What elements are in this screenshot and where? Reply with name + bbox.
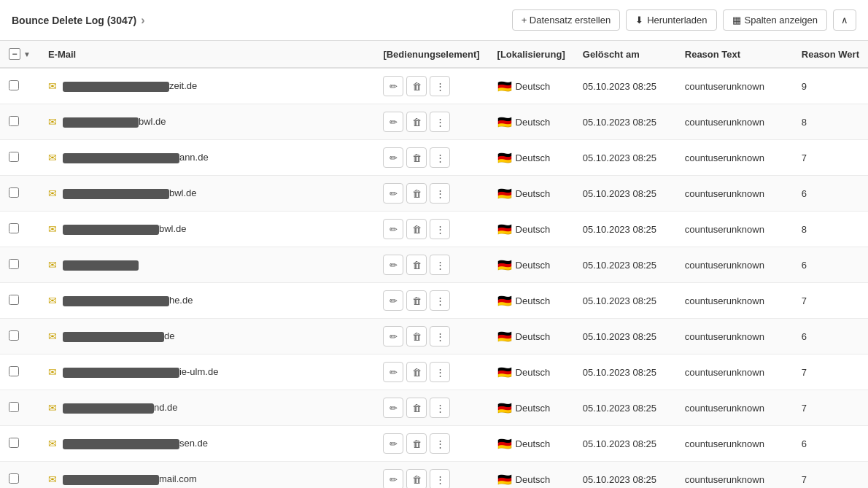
- delete-button[interactable]: 🗑: [406, 183, 427, 204]
- action-cell: ✏🗑⋮: [374, 355, 488, 390]
- email-address: kath████████████████sen.de: [63, 438, 208, 449]
- edit-button[interactable]: ✏: [383, 112, 403, 132]
- more-button[interactable]: ⋮: [430, 183, 450, 204]
- reason-text-cell: countuserunknown: [676, 140, 793, 176]
- email-icon: ✉: [48, 330, 57, 342]
- email-icon: ✉: [48, 438, 57, 449]
- delete-button[interactable]: 🗑: [406, 433, 427, 454]
- table-row: ✉█████@██████████████ann.de✏🗑⋮🇩🇪Deutsch0…: [0, 140, 868, 176]
- row-checkbox[interactable]: [9, 80, 19, 90]
- flag-icon: 🇩🇪: [497, 151, 512, 165]
- th-geloscht: Gelöscht am: [574, 41, 676, 68]
- more-button[interactable]: ⋮: [430, 362, 450, 382]
- table-row: ✉████████rpt.bwl.de✏🗑⋮🇩🇪Deutsch05.10.202…: [0, 104, 868, 140]
- row-checkbox[interactable]: [9, 116, 19, 126]
- reason-text-cell: countuserunknown: [676, 426, 793, 462]
- email-domain: nd.de: [154, 402, 178, 413]
- edit-button[interactable]: ✏: [383, 290, 403, 311]
- more-button[interactable]: ⋮: [430, 469, 450, 488]
- email-domain: zeit.de: [169, 80, 197, 91]
- delete-button[interactable]: 🗑: [406, 326, 427, 346]
- edit-button[interactable]: ✏: [383, 398, 403, 418]
- delete-button[interactable]: 🗑: [406, 398, 427, 418]
- columns-icon: ▦: [732, 15, 741, 26]
- table-row: ✉fre████████████nd.de✏🗑⋮🇩🇪Deutsch05.10.2…: [0, 390, 868, 426]
- email-cell: ✉████████████g@stm.bwl.de: [39, 176, 374, 212]
- show-columns-button[interactable]: ▦ Spalten anzeigen: [723, 9, 827, 31]
- reason-text-cell: countuserunknown: [676, 390, 793, 426]
- edit-button[interactable]: ✏: [383, 255, 403, 275]
- deleted-at-cell: 05.10.2023 08:25: [574, 462, 676, 489]
- download-icon: ⬇: [635, 15, 643, 26]
- select-all-minus[interactable]: −: [9, 48, 20, 60]
- email-redacted-part: fre████████████: [63, 403, 154, 414]
- language-label: Deutsch: [516, 367, 551, 378]
- delete-button[interactable]: 🗑: [406, 255, 427, 275]
- select-dropdown-arrow[interactable]: ▼: [23, 50, 31, 58]
- email-redacted-part: diem████████: [63, 260, 139, 271]
- flag-icon: 🇩🇪: [497, 437, 512, 451]
- more-button[interactable]: ⋮: [430, 147, 450, 168]
- lokalisierung-cell: 🇩🇪Deutsch: [489, 104, 574, 140]
- delete-button[interactable]: 🗑: [406, 147, 427, 168]
- delete-button[interactable]: 🗑: [406, 219, 427, 239]
- reason-text-cell: countuserunknown: [676, 212, 793, 247]
- action-cell: ✏🗑⋮: [374, 140, 488, 176]
- email-cell: ✉FHe█████████████████ie-ulm.de: [39, 355, 374, 390]
- more-button[interactable]: ⋮: [430, 433, 450, 454]
- language-label: Deutsch: [516, 438, 551, 449]
- more-button[interactable]: ⋮: [430, 326, 450, 346]
- edit-button[interactable]: ✏: [383, 469, 403, 488]
- edit-button[interactable]: ✏: [383, 183, 403, 204]
- delete-button[interactable]: 🗑: [406, 76, 427, 96]
- delete-button[interactable]: 🗑: [406, 112, 427, 132]
- edit-button[interactable]: ✏: [383, 433, 403, 454]
- create-record-button[interactable]: + Datensatz erstellen: [512, 9, 620, 31]
- reason-wert-cell: 8: [793, 212, 868, 247]
- edit-button[interactable]: ✏: [383, 76, 403, 96]
- more-button[interactable]: ⋮: [430, 112, 450, 132]
- email-address: fre████████████nd.de: [63, 402, 178, 414]
- action-cell: ✏🗑⋮: [374, 212, 488, 247]
- edit-button[interactable]: ✏: [383, 362, 403, 382]
- action-cell: ✏🗑⋮: [374, 176, 488, 212]
- row-checkbox[interactable]: [9, 438, 19, 448]
- email-redacted-part: ████████rpt.: [63, 117, 139, 128]
- more-button[interactable]: ⋮: [430, 398, 450, 418]
- deleted-at-cell: 05.10.2023 08:25: [574, 390, 676, 426]
- delete-button[interactable]: 🗑: [406, 469, 427, 488]
- edit-button[interactable]: ✏: [383, 147, 403, 168]
- table-row: ✉diem████████✏🗑⋮🇩🇪Deutsch05.10.2023 08:2…: [0, 247, 868, 283]
- more-button[interactable]: ⋮: [430, 76, 450, 96]
- reason-wert-cell: 9: [793, 68, 868, 104]
- delete-button[interactable]: 🗑: [406, 290, 427, 311]
- row-checkbox[interactable]: [9, 152, 19, 162]
- email-icon: ✉: [48, 259, 57, 271]
- lokalisierung-cell: 🇩🇪Deutsch: [489, 319, 574, 355]
- row-checkbox[interactable]: [9, 223, 19, 233]
- row-checkbox[interactable]: [9, 295, 19, 305]
- row-checkbox[interactable]: [9, 473, 19, 484]
- more-button[interactable]: ⋮: [430, 219, 450, 239]
- edit-button[interactable]: ✏: [383, 219, 403, 239]
- row-checkbox[interactable]: [9, 259, 19, 269]
- row-checkbox[interactable]: [9, 402, 19, 412]
- more-button[interactable]: ⋮: [430, 255, 450, 275]
- flag-icon: 🇩🇪: [497, 258, 512, 272]
- collapse-button[interactable]: ∧: [833, 9, 856, 31]
- row-checkbox[interactable]: [9, 366, 19, 376]
- delete-button[interactable]: 🗑: [406, 362, 427, 382]
- email-icon: ✉: [48, 80, 57, 92]
- edit-button[interactable]: ✏: [383, 326, 403, 346]
- email-redacted-part: mo███████████████: [63, 332, 164, 342]
- row-checkbox[interactable]: [9, 330, 19, 341]
- email-address: bern██████████████he.de: [63, 295, 193, 306]
- email-cell: ✉and█████████████bwl.de: [39, 212, 374, 247]
- more-button[interactable]: ⋮: [430, 290, 450, 311]
- lokalisierung-cell: 🇩🇪Deutsch: [489, 462, 574, 489]
- reason-wert-cell: 7: [793, 462, 868, 489]
- flag-icon: 🇩🇪: [497, 187, 512, 201]
- reason-wert-cell: 7: [793, 355, 868, 390]
- row-checkbox[interactable]: [9, 187, 19, 198]
- download-button[interactable]: ⬇ Herunterladen: [626, 9, 716, 31]
